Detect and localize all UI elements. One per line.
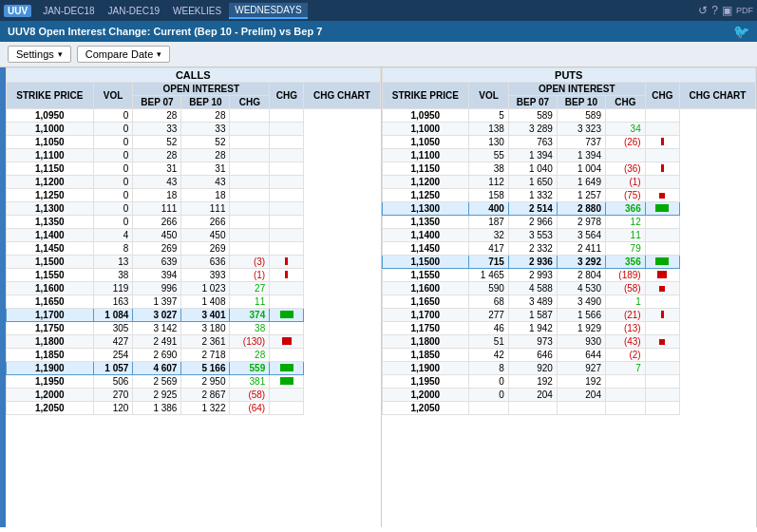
bep10-cell: 28 — [181, 109, 230, 123]
bep10-cell: 192 — [557, 375, 605, 389]
vol-cell: 305 — [93, 322, 133, 335]
chg-cell: 374 — [230, 309, 270, 322]
strike-cell: 1,1450 — [7, 242, 94, 256]
twitter-icon[interactable]: 🐦 — [733, 24, 749, 39]
vol-cell: 0 — [93, 162, 133, 176]
bep07-cell: 52 — [133, 136, 181, 149]
chart-bar-green — [655, 257, 669, 265]
vol-cell: 112 — [469, 176, 509, 189]
bep07-cell: 3 553 — [508, 229, 557, 242]
chart-cell — [270, 335, 304, 349]
nav-tab-weeklies[interactable]: WEEKLIES — [167, 4, 227, 18]
chg-cell: (2) — [605, 349, 645, 362]
strike-cell: 1,1050 — [7, 136, 94, 149]
chart-cell — [645, 123, 679, 136]
settings-dropdown[interactable]: Settings — [8, 46, 71, 63]
chart-cell — [645, 269, 679, 282]
title-bar: UUV8 Open Interest Change: Current (Bep … — [0, 21, 757, 42]
bep10-cell: 1 649 — [557, 176, 605, 189]
chart-cell — [270, 136, 304, 149]
bep07-cell: 269 — [133, 242, 181, 256]
pdf-icon[interactable]: PDF — [736, 6, 753, 15]
chart-cell — [645, 216, 679, 229]
nav-tab-jan-dec19[interactable]: JAN-DEC19 — [103, 4, 165, 18]
bep07-cell: 266 — [133, 216, 181, 229]
strike-cell: 1,1900 — [382, 362, 469, 375]
strike-cell: 1,1250 — [382, 189, 469, 202]
bep07-cell: 1 587 — [508, 309, 557, 322]
table-row: 1,1800 427 2 491 2 361 (130) — [7, 335, 381, 349]
chg-cell: (58) — [605, 282, 645, 295]
vol-cell: 277 — [469, 309, 509, 322]
strike-cell: 1,1950 — [7, 375, 94, 389]
help-icon[interactable]: ? — [711, 4, 718, 17]
table-row: 1,1950 506 2 569 2 950 381 — [7, 375, 381, 389]
nav-tab-wednesdays[interactable]: WEDNESDAYS — [229, 3, 307, 19]
bep10-cell: 1 394 — [557, 149, 605, 162]
vol-cell: 46 — [469, 322, 509, 335]
chg-cell: 34 — [605, 123, 645, 136]
chart-cell — [645, 362, 679, 375]
bep07-cell: 639 — [133, 256, 181, 269]
chart-bar-small-red — [659, 193, 665, 199]
chart-cell — [645, 375, 679, 389]
chart-cell — [645, 295, 679, 309]
chg-cell: 11 — [230, 295, 270, 309]
chg-cell — [605, 389, 645, 402]
strike-cell: 1,1350 — [7, 216, 94, 229]
chart-cell — [645, 309, 679, 322]
grid-icon[interactable]: ▣ — [722, 4, 732, 17]
compare-date-dropdown[interactable]: Compare Date — [77, 46, 171, 63]
bep07-cell: 646 — [508, 349, 557, 362]
chart-cell — [270, 123, 304, 136]
strike-cell: 1,1800 — [382, 335, 469, 349]
bep10-cell: 737 — [557, 136, 605, 149]
chg-cell: 356 — [605, 256, 645, 269]
refresh-icon[interactable]: ↺ — [698, 4, 708, 17]
chg-cell — [230, 123, 270, 136]
table-row: 1,1850 42 646 644 (2) — [382, 349, 756, 362]
chart-cell — [270, 229, 304, 242]
bep10-cell: 930 — [557, 335, 605, 349]
strike-cell: 1,1100 — [7, 149, 94, 162]
chg-cell: (43) — [605, 335, 645, 349]
table-row: 1,1100 55 1 394 1 394 — [382, 149, 756, 162]
chg-cell: (189) — [605, 269, 645, 282]
chart-cell — [270, 349, 304, 362]
chart-cell — [270, 202, 304, 216]
bep07-cell: 3 027 — [133, 309, 181, 322]
strike-cell: 1,2050 — [7, 402, 94, 415]
chg-cell: (26) — [605, 136, 645, 149]
table-row: 1,1550 1 465 2 993 2 804 (189) — [382, 269, 756, 282]
bep10-cell: 1 408 — [181, 295, 230, 309]
bep07-cell: 1 332 — [508, 189, 557, 202]
strike-cell: 1,1650 — [7, 295, 94, 309]
puts-oi-group-header: OPEN INTEREST — [508, 83, 645, 96]
puts-strike-header: STRIKE PRICE — [382, 83, 469, 109]
bep07-cell: 450 — [133, 229, 181, 242]
bep10-cell: 2 411 — [557, 242, 605, 256]
bep07-cell: 33 — [133, 123, 181, 136]
vol-cell: 0 — [93, 202, 133, 216]
strike-cell: 1,1600 — [7, 282, 94, 295]
chg-cell: (1) — [230, 269, 270, 282]
chg-cell — [230, 176, 270, 189]
chart-cell — [645, 256, 679, 269]
chart-cell — [270, 269, 304, 282]
chart-cell — [270, 242, 304, 256]
strike-cell: 1,1200 — [7, 176, 94, 189]
chg-cell: (21) — [605, 309, 645, 322]
table-row: 1,1100 0 28 28 — [7, 149, 381, 162]
strike-cell: 1,0950 — [382, 109, 469, 123]
bep10-cell: 3 564 — [557, 229, 605, 242]
bep10-cell — [557, 402, 605, 415]
calls-section-header: CALLS — [7, 68, 381, 83]
vol-cell: 187 — [469, 216, 509, 229]
chart-cell — [645, 229, 679, 242]
bep07-cell: 4 607 — [133, 362, 181, 375]
chg-cell — [605, 149, 645, 162]
vol-cell: 138 — [469, 123, 509, 136]
nav-tab-jan-dec18[interactable]: JAN-DEC18 — [37, 4, 100, 18]
strike-cell: 1,1200 — [382, 176, 469, 189]
chg-cell: 1 — [605, 295, 645, 309]
